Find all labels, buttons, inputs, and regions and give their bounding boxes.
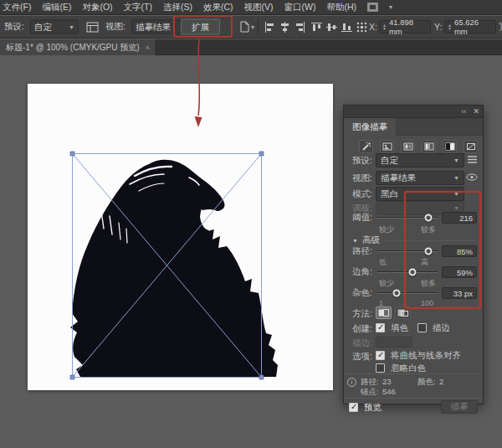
triangle-down-icon: ▼ <box>352 238 358 244</box>
stats-paths-value: 23 <box>382 377 392 386</box>
stroke-label: 描边 <box>433 322 450 332</box>
align-vertical-top-icon[interactable] <box>310 21 323 33</box>
document-tab[interactable]: 标题-1* @ 100% (CMYK/GPU 预览) × <box>0 39 156 55</box>
view-label: 视图: <box>105 21 126 33</box>
menu-view[interactable]: 视图(V) <box>244 2 274 13</box>
slider-knob[interactable] <box>425 248 433 255</box>
menu-file[interactable]: 文件(F) <box>3 2 31 13</box>
artboard[interactable] <box>28 84 333 390</box>
noise-value-field[interactable]: 33 px <box>442 287 477 299</box>
preset-button-row <box>359 140 478 153</box>
threshold-value-field[interactable]: 216 <box>442 212 477 224</box>
preview-label: 预览 <box>364 402 382 412</box>
align-vertical-center-icon[interactable] <box>325 21 338 33</box>
chevron-down-icon[interactable]: ▾ <box>251 23 254 31</box>
noise-slider[interactable] <box>377 287 438 299</box>
y-field[interactable]: ▲▼65.626 mm <box>444 20 496 33</box>
trace-button: 描摹 <box>441 400 478 414</box>
illustrator-window: 文件(F) 编辑(E) 对象(O) 文字(T) 选择(S) 效果(C) 视图(V… <box>0 0 502 448</box>
mode-row: 模式: 黑白▼ <box>344 187 483 201</box>
outline-icon[interactable] <box>464 140 478 153</box>
document-title: 标题-1* @ 100% (CMYK/GPU 预览) <box>6 42 140 54</box>
panel-preset-dropdown[interactable]: 自定▼ <box>376 153 464 167</box>
reference-point-icon[interactable] <box>355 21 368 33</box>
stepper-icon[interactable]: ▲▼ <box>448 23 452 30</box>
panel-mode-dropdown[interactable]: 黑白▼ <box>376 187 464 201</box>
stroke-size-field <box>376 337 412 348</box>
document-setup-icon[interactable] <box>238 21 251 33</box>
stroke-size-row: 描边: <box>344 336 483 350</box>
close-icon[interactable]: ✕ <box>473 106 479 116</box>
tab-image-trace[interactable]: 图像描摹 <box>344 118 396 136</box>
advanced-section-toggle[interactable]: ▼ 高级 <box>352 234 476 246</box>
noise-slider-row: 杂色: 33 px <box>344 287 483 299</box>
control-bar: 预设: 自定▼ 视图: 描摹结果▼ 扩展 ▾ <box>0 16 502 39</box>
fill-checkbox[interactable] <box>376 323 385 332</box>
preview-checkbox[interactable] <box>349 403 358 412</box>
method-row: 方法: <box>344 306 483 321</box>
corners-value-field[interactable]: 59% <box>442 266 477 278</box>
image-trace-panel: ‹‹ ✕ 图像描摹 <box>343 105 484 404</box>
stats-anchors-label: 锚点: <box>361 387 379 398</box>
stepper-icon[interactable]: ▲▼ <box>382 23 387 30</box>
menu-help[interactable]: 帮助(H) <box>327 2 357 13</box>
workspace-icon[interactable] <box>367 3 378 12</box>
panel-tab-strip: 图像描摹 <box>344 118 483 136</box>
preset-row: 预设: 自定▼ <box>344 153 483 167</box>
corners-slider-row: 边角: 59% <box>344 266 483 278</box>
eagle-trace-image[interactable] <box>28 84 333 390</box>
menu-edit[interactable]: 编辑(E) <box>42 2 71 13</box>
panel-menu-icon[interactable] <box>467 155 478 166</box>
threshold-slider[interactable] <box>377 212 438 224</box>
image-trace-panel-icon[interactable] <box>85 21 99 33</box>
menu-effect[interactable]: 效果(C) <box>203 2 233 13</box>
method-abutting-icon[interactable] <box>376 306 392 319</box>
menu-window[interactable]: 窗口(W) <box>284 2 316 13</box>
ignore-white-checkbox[interactable] <box>376 363 385 373</box>
align-horizontal-right-icon[interactable] <box>293 21 306 33</box>
expand-button[interactable]: 扩展 <box>181 19 220 35</box>
corners-slider[interactable] <box>377 266 438 278</box>
grayscale-icon[interactable] <box>422 140 436 153</box>
threshold-slider-row: 阈值: 216 <box>344 212 483 224</box>
stats-colors-value: 2 <box>439 377 443 386</box>
paths-value-field[interactable]: 85% <box>442 245 477 257</box>
x-label: X: <box>369 22 377 32</box>
eye-icon[interactable] <box>466 173 478 183</box>
align-vertical-bottom-icon[interactable] <box>340 21 353 33</box>
panel-divider <box>344 398 483 399</box>
paths-slider[interactable] <box>377 245 438 257</box>
toolbar-separator <box>258 19 259 34</box>
preset-label: 预设: <box>4 21 24 33</box>
slider-knob[interactable] <box>393 290 401 297</box>
align-horizontal-left-icon[interactable] <box>263 21 276 33</box>
paths-slider-row: 路径: 85% <box>344 245 483 257</box>
collapse-icon[interactable]: ‹‹ <box>461 106 466 116</box>
menu-object[interactable]: 对象(O) <box>82 2 112 13</box>
align-horizontal-center-icon[interactable] <box>278 21 291 33</box>
black-white-icon[interactable] <box>443 140 457 153</box>
chevron-down-icon: ▼ <box>453 191 459 197</box>
x-field[interactable]: ▲▼41.898 mm <box>379 20 431 33</box>
high-color-icon[interactable] <box>380 140 394 153</box>
chevron-down-icon: ▼ <box>453 205 459 211</box>
stroke-checkbox[interactable] <box>417 323 427 332</box>
preset-dropdown[interactable]: 自定▼ <box>30 20 79 34</box>
ignore-white-label: 忽略白色 <box>391 363 426 373</box>
stats-anchors-value: 546 <box>382 387 396 396</box>
slider-knob[interactable] <box>409 269 417 276</box>
chevron-down-icon: ▼ <box>453 175 459 181</box>
menu-type[interactable]: 文字(T) <box>124 2 152 13</box>
chevron-down-icon[interactable]: ▾ <box>389 3 392 11</box>
snap-curves-checkbox[interactable] <box>376 351 385 360</box>
method-overlapping-icon[interactable] <box>395 306 411 319</box>
snap-curves-label: 将曲线与线条对齐 <box>391 350 461 360</box>
auto-color-icon[interactable] <box>359 140 373 153</box>
panel-view-dropdown[interactable]: 描摹结果▼ <box>376 171 464 185</box>
stats-row-2: 锚点: 546 <box>344 387 483 401</box>
low-color-icon[interactable] <box>401 140 415 153</box>
menu-select[interactable]: 选择(S) <box>163 2 192 13</box>
view-row: 视图: 描摹结果▼ <box>344 171 483 185</box>
close-icon[interactable]: × <box>146 44 150 52</box>
slider-knob[interactable] <box>424 214 432 222</box>
